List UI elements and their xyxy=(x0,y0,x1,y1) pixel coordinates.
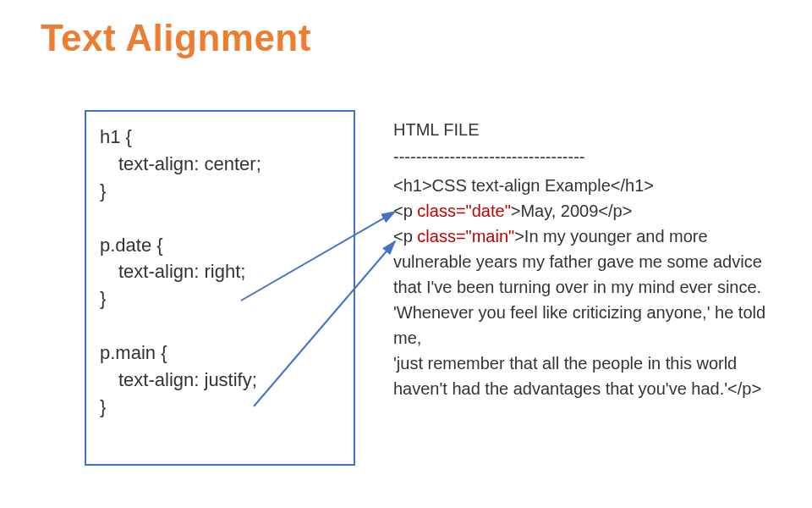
css-rule1-selector: h1 { xyxy=(100,126,132,147)
css-rule1-close: } xyxy=(100,180,106,202)
h1-open-tag: <h1> xyxy=(393,176,432,195)
html-h1-line: <h1>CSS text-align Example</h1> xyxy=(393,173,782,198)
html-date-line: <p class="date">May, 2009</p> xyxy=(393,198,782,224)
p-open-tag: <p xyxy=(393,202,417,220)
h1-close-tag: </h1> xyxy=(611,176,654,195)
p-close-tag-2: </p> xyxy=(727,379,761,398)
html-file-header: HTML FILE xyxy=(393,117,782,142)
p-open-end-2: > xyxy=(514,227,524,246)
p-close-tag: </p> xyxy=(598,202,632,220)
html-main-block: <p class="main">In my younger and more v… xyxy=(393,224,782,401)
slide: Text Alignment h1 { text-align: center; … xyxy=(0,0,812,508)
date-class-attr: class="date" xyxy=(417,202,510,220)
css-code-box: h1 { text-align: center; } p.date { text… xyxy=(85,110,355,466)
p-open-end: > xyxy=(511,202,521,220)
css-rule2-selector: p.date { xyxy=(100,235,163,256)
h1-text: CSS text-align Example xyxy=(432,176,611,195)
main-class-attr: class="main" xyxy=(417,227,514,246)
css-rule1-property: text-align: center; xyxy=(100,151,340,178)
date-text: May, 2009 xyxy=(520,202,598,220)
css-rule3-close: } xyxy=(100,396,106,417)
html-file-divider: ---------------------------------- xyxy=(393,144,782,169)
css-rule3-property: text-align: justify; xyxy=(100,367,340,394)
html-code-column: HTML FILE ------------------------------… xyxy=(393,117,782,401)
main-text-b: 'just remember that all the people in th… xyxy=(393,354,737,398)
css-rule3-selector: p.main { xyxy=(100,342,167,363)
p-open-tag-2: <p xyxy=(393,227,417,246)
css-rule2-close: } xyxy=(100,288,106,309)
css-rule2-property: text-align: right; xyxy=(100,258,340,285)
slide-title: Text Alignment xyxy=(41,17,311,59)
